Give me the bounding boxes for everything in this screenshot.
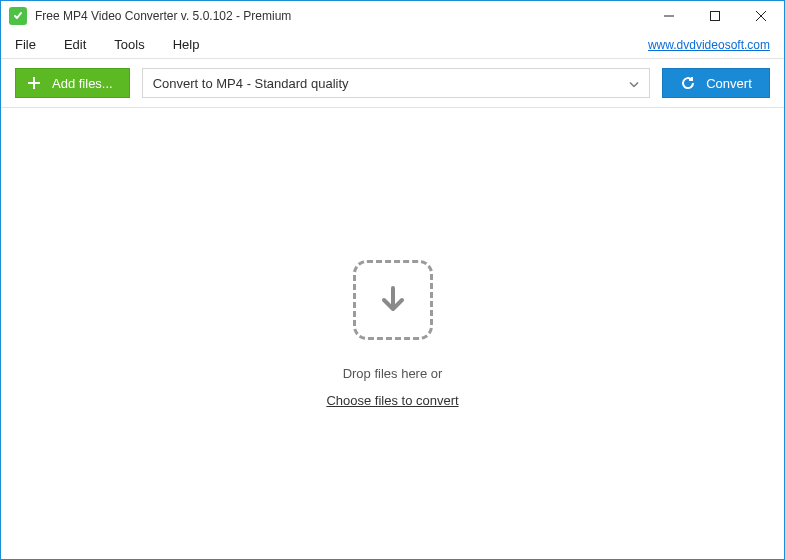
menu-file[interactable]: File [15, 37, 36, 52]
window-controls [646, 1, 784, 31]
app-icon [9, 7, 27, 25]
drop-box-icon [353, 260, 433, 340]
add-files-button[interactable]: Add files... [15, 68, 130, 98]
minimize-button[interactable] [646, 1, 692, 31]
website-link[interactable]: www.dvdvideosoft.com [648, 38, 770, 52]
close-button[interactable] [738, 1, 784, 31]
menu-help[interactable]: Help [173, 37, 200, 52]
convert-button[interactable]: Convert [662, 68, 770, 98]
chevron-down-icon [629, 76, 639, 91]
add-files-label: Add files... [52, 76, 113, 91]
menu-edit[interactable]: Edit [64, 37, 86, 52]
plus-icon [26, 75, 42, 91]
format-selected-label: Convert to MP4 - Standard quality [153, 76, 349, 91]
drop-hint-text: Drop files here or [343, 366, 443, 381]
titlebar: Free MP4 Video Converter v. 5.0.102 - Pr… [1, 1, 784, 31]
menubar: File Edit Tools Help www.dvdvideosoft.co… [1, 31, 784, 59]
svg-rect-1 [711, 12, 720, 21]
format-select[interactable]: Convert to MP4 - Standard quality [142, 68, 650, 98]
maximize-button[interactable] [692, 1, 738, 31]
menu-tools[interactable]: Tools [114, 37, 144, 52]
toolbar: Add files... Convert to MP4 - Standard q… [1, 59, 784, 107]
app-window: Free MP4 Video Converter v. 5.0.102 - Pr… [0, 0, 785, 560]
window-title: Free MP4 Video Converter v. 5.0.102 - Pr… [35, 9, 291, 23]
choose-files-link[interactable]: Choose files to convert [326, 393, 458, 408]
refresh-icon [680, 75, 696, 91]
drop-zone[interactable]: Drop files here or Choose files to conve… [1, 107, 784, 559]
convert-label: Convert [706, 76, 752, 91]
